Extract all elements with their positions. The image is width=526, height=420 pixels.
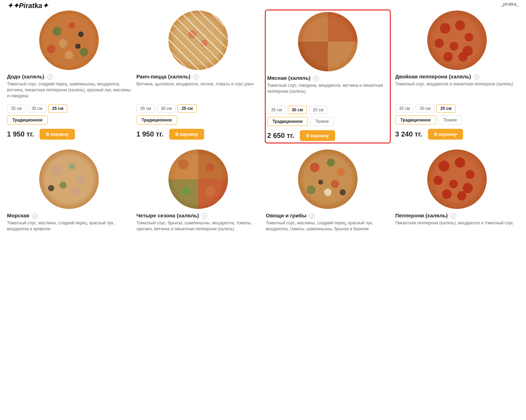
dough-btn-dodo-0[interactable]: Традиционное (7, 115, 48, 125)
info-icon-pepperoni2[interactable]: i (474, 74, 479, 80)
pizza-card-ranch: Ранч-пицца (халяль) iВетчина, цыпленок, … (137, 10, 261, 142)
pizza-image-pepperoni (395, 149, 519, 209)
size-btn-ranch-2[interactable]: 25 см (178, 104, 196, 113)
pizza-name-ranch: Ранч-пицца (халяль) i (137, 74, 199, 80)
logo-icon: ✦ (7, 2, 13, 9)
price-row-dodo: 1 950 тг.В корзину (7, 129, 75, 140)
pizza-visual-pepperoni (427, 149, 487, 209)
size-btn-meat-2[interactable]: 25 см (309, 106, 327, 114)
pizza-visual-ranch (168, 10, 228, 70)
pizza-image-veggie (266, 149, 390, 209)
pizza-name-pepperoni2: Двойная пепперони (халяль) i (395, 74, 480, 80)
pizza-visual-dodo (39, 10, 99, 70)
info-icon-veggie[interactable]: i (309, 213, 315, 219)
cart-btn-ranch[interactable]: В корзину (169, 129, 205, 140)
pizza-image-4seasons (137, 149, 261, 209)
dough-btn-meat-1[interactable]: Тонкое (310, 117, 334, 126)
price-dodo: 1 950 тг. (7, 130, 34, 138)
dough-selector-pepperoni2: ТрадиционноеТонкое (395, 115, 462, 125)
pizza-desc-4seasons: Томатный соус, брынза, шампиньоны, моцар… (137, 220, 261, 240)
size-btn-meat-0[interactable]: 35 см (267, 106, 286, 114)
price-pepperoni2: 3 240 тг. (395, 130, 422, 138)
size-btn-pepperoni2-2[interactable]: 25 см (436, 104, 455, 113)
size-btn-meat-1[interactable]: 30 см (288, 106, 307, 114)
pizza-visual-sea (39, 149, 99, 209)
size-selector-ranch: 35 см30 см25 см (137, 104, 197, 113)
pizza-desc-meat: Томатный соус, говядина, моцарелла, ветч… (267, 83, 388, 102)
size-btn-ranch-0[interactable]: 35 см (137, 104, 155, 113)
pizza-name-veggie: Овощи и грибы i (266, 212, 315, 219)
pizza-image-meat (267, 12, 388, 71)
price-row-pepperoni2: 3 240 тг.В корзину (395, 129, 463, 140)
pizza-name-pepperoni: Пепперони (халяль) i (395, 212, 456, 219)
info-icon-dodo[interactable]: i (47, 74, 53, 80)
pizza-desc-pepperoni2: Томатный соус, моцарелла и пикантная пеп… (395, 81, 513, 101)
price-ranch: 1 950 тг. (137, 130, 164, 138)
info-icon-pepperoni[interactable]: i (451, 213, 456, 219)
price-row-ranch: 1 950 тг.В корзину (137, 129, 205, 140)
pizza-visual-veggie (298, 149, 358, 209)
pizza-card-sea: Морская iТоматный соус, маслины, сладкий… (7, 149, 131, 243)
dough-selector-dodo: Традиционное (7, 115, 48, 125)
cart-btn-meat[interactable]: В корзину (300, 130, 335, 141)
dough-selector-meat: ТрадиционноеТонкое (267, 117, 334, 126)
pizza-desc-ranch: Ветчина, цыпленок, моцарелла, чеснок, то… (137, 81, 254, 101)
size-selector-meat: 35 см30 см25 см (267, 106, 327, 114)
cart-btn-dodo[interactable]: В корзину (40, 129, 75, 140)
pizza-image-dodo (7, 10, 131, 70)
size-btn-pepperoni2-1[interactable]: 30 см (416, 104, 434, 113)
pizza-name-sea: Морская i (7, 212, 38, 219)
pizza-card-4seasons: Четыре сезона (халяль) iТоматный соус, б… (137, 149, 261, 243)
price-row-meat: 2 650 тг.В корзину (267, 130, 335, 141)
pizza-name-dodo: Додо (халяль) i (7, 74, 53, 80)
dough-btn-pepperoni2-1[interactable]: Тонкое (438, 115, 462, 125)
size-btn-pepperoni2-0[interactable]: 35 см (395, 104, 414, 113)
dough-btn-ranch-0[interactable]: Традиционное (137, 115, 177, 125)
price-meat: 2 650 тг. (267, 132, 294, 140)
pizza-image-ranch (137, 10, 261, 70)
pizza-card-pepperoni2: Двойная пепперони (халяль) iТоматный соу… (395, 10, 519, 142)
info-icon-ranch[interactable]: i (193, 74, 199, 80)
pizza-image-pepperoni2 (395, 10, 519, 70)
info-icon-sea[interactable]: i (32, 213, 38, 219)
pizza-visual-4seasons (168, 149, 228, 209)
pizza-image-sea (7, 149, 131, 209)
size-btn-dodo-0[interactable]: 35 см (7, 104, 26, 113)
info-icon-meat[interactable]: i (313, 76, 319, 81)
pizza-desc-veggie: Томатный соус, маслины, сладкий перец, к… (266, 220, 390, 240)
pizza-name-4seasons: Четыре сезона (халяль) i (137, 212, 208, 219)
dough-btn-pepperoni2-0[interactable]: Традиционное (395, 115, 436, 125)
pizza-card-meat: Мясная (халяль) iТоматный соус, говядина… (266, 10, 390, 142)
pizza-visual-meat (298, 12, 358, 71)
pizza-card-pepperoni: Пепперони (халяль) iПикантная пепперони … (395, 149, 519, 243)
cart-btn-pepperoni2[interactable]: В корзину (428, 129, 463, 140)
pizza-visual-pepperoni2 (427, 10, 487, 70)
size-btn-dodo-1[interactable]: 30 см (28, 104, 46, 113)
watermark-logo: ✦✦Piratka✦ (7, 1, 48, 10)
size-selector-pepperoni2: 35 см30 см25 см (395, 104, 456, 113)
size-btn-dodo-2[interactable]: 25 см (48, 104, 67, 113)
size-btn-ranch-1[interactable]: 30 см (157, 104, 175, 113)
info-icon-4seasons[interactable]: i (202, 213, 207, 219)
pizza-name-meat: Мясная (халяль) i (267, 75, 319, 81)
pizza-desc-dodo: Томатный соус, сладкий перец, шампиньоны… (7, 81, 131, 101)
pizza-desc-pepperoni: Пикантная пепперони (халяль), моцарелла … (395, 220, 513, 240)
size-selector-dodo: 35 см30 см25 см (7, 104, 67, 113)
pizza-desc-sea: Томатный соус, маслины, сладкий перец, к… (7, 220, 131, 240)
pizza-card-dodo: Додо (халяль) iТоматный соус, сладкий пе… (7, 10, 131, 142)
pizza-card-veggie: Овощи и грибы iТоматный соус, маслины, с… (266, 149, 390, 243)
watermark-topright: _piratka_ (500, 1, 519, 7)
dough-selector-ranch: Традиционное (137, 115, 177, 125)
dough-btn-meat-0[interactable]: Традиционное (267, 117, 308, 126)
